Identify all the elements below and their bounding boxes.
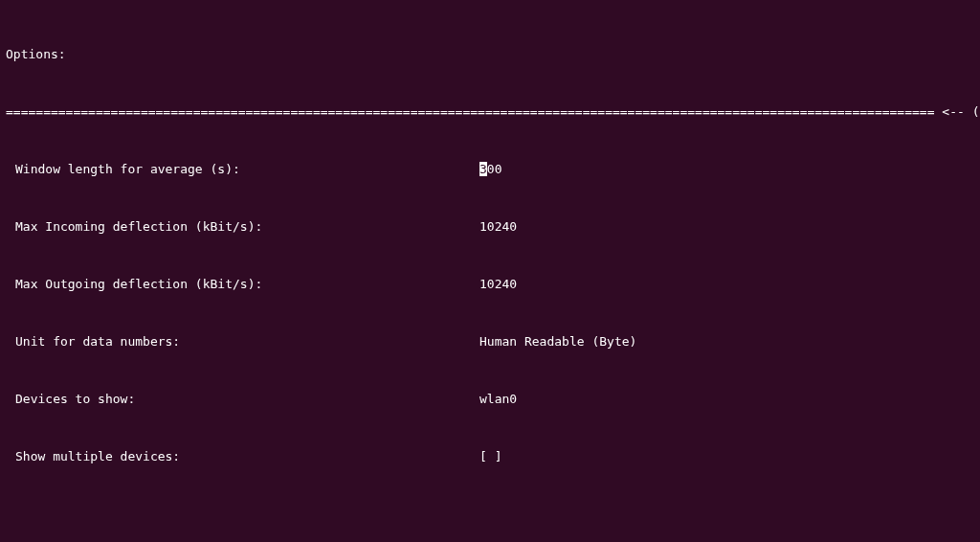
option-max-incoming[interactable]: Max Incoming deflection (kBit/s):10240: [6, 219, 974, 234]
options-divider-with-pager: ========================================…: [6, 104, 974, 119]
page-indicator[interactable]: <-- (-) page 1/2 (+) --> =: [942, 104, 980, 119]
options-header: Options:: [6, 47, 974, 61]
text-cursor: 3: [479, 162, 487, 176]
option-window-length[interactable]: Window length for average (s):300: [6, 162, 974, 176]
option-label: Max Outgoing deflection (kBit/s):: [6, 277, 479, 291]
option-value[interactable]: Human Readable (Byte): [479, 334, 636, 349]
option-label: Unit for data numbers:: [6, 334, 479, 349]
option-value[interactable]: 300: [479, 162, 501, 176]
option-devices[interactable]: Devices to show:wlan0: [6, 392, 974, 406]
option-label: Window length for average (s):: [6, 162, 479, 176]
option-value[interactable]: 10240: [479, 219, 517, 234]
option-value-checkbox[interactable]: [ ]: [479, 449, 501, 463]
option-label: Devices to show:: [6, 392, 479, 406]
option-max-outgoing[interactable]: Max Outgoing deflection (kBit/s):10240: [6, 277, 974, 291]
option-show-multiple[interactable]: Show multiple devices:[ ]: [6, 449, 974, 463]
option-value[interactable]: wlan0: [479, 392, 517, 406]
option-label: Show multiple devices:: [6, 449, 479, 463]
option-value-rest: 00: [487, 162, 502, 176]
blank-row: [6, 507, 974, 521]
option-label: Max Incoming deflection (kBit/s):: [6, 219, 479, 234]
option-value[interactable]: 10240: [479, 277, 517, 291]
divider-segment: ========================================…: [6, 104, 942, 119]
option-unit[interactable]: Unit for data numbers:Human Readable (By…: [6, 334, 974, 349]
terminal-screen[interactable]: Options: ===============================…: [0, 0, 980, 542]
